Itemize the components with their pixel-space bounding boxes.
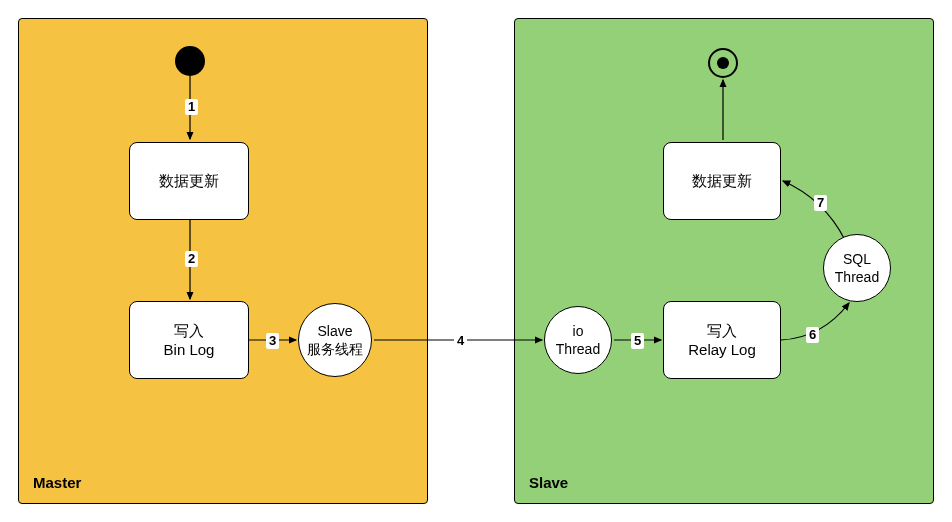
node-slave-service-thread: Slave 服务线程 (298, 303, 372, 377)
edge-label-5: 5 (631, 333, 644, 349)
edge-label-1: 1 (185, 99, 198, 115)
node-io-thread-label: io Thread (556, 322, 600, 358)
node-master-data-update-label: 数据更新 (159, 171, 219, 191)
edge-label-7: 7 (814, 195, 827, 211)
node-slave-data-update: 数据更新 (663, 142, 781, 220)
edge-label-3: 3 (266, 333, 279, 349)
node-sql-thread-label: SQL Thread (835, 250, 879, 286)
node-sql-thread: SQL Thread (823, 234, 891, 302)
node-slave-data-update-label: 数据更新 (692, 171, 752, 191)
node-master-data-update: 数据更新 (129, 142, 249, 220)
node-write-binlog: 写入 Bin Log (129, 301, 249, 379)
start-node (175, 46, 205, 76)
end-node (708, 48, 738, 78)
node-io-thread: io Thread (544, 306, 612, 374)
edge-label-4: 4 (454, 333, 467, 349)
edge-label-2: 2 (185, 251, 198, 267)
node-write-relay-log-label: 写入 Relay Log (688, 321, 756, 360)
node-write-relay-log: 写入 Relay Log (663, 301, 781, 379)
edge-label-6: 6 (806, 327, 819, 343)
node-slave-service-thread-label: Slave 服务线程 (307, 322, 363, 358)
node-write-binlog-label: 写入 Bin Log (164, 321, 215, 360)
